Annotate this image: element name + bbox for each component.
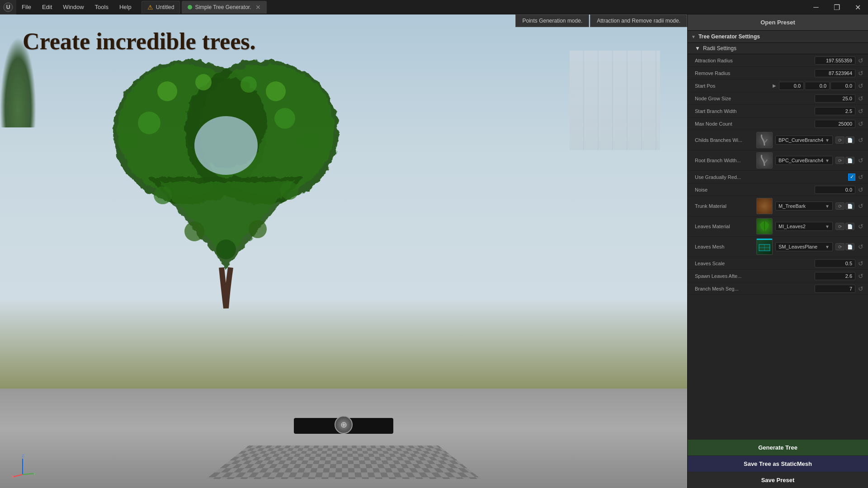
open-preset-button[interactable]: Open Preset [688, 14, 868, 31]
root-branch-use[interactable]: 📄 [845, 157, 854, 164]
titlebar: U File Edit Window Tools Help ⚠ Untitled… [0, 0, 868, 14]
noise-reset[interactable]: ↺ [857, 187, 864, 193]
trunk-material-preview [756, 198, 773, 214]
maximize-button[interactable]: ❐ [826, 0, 847, 14]
spawn-leaves-reset[interactable]: ↺ [857, 273, 864, 279]
tab-simple-tree-generator[interactable]: Simple Tree Generator. ✕ [182, 1, 267, 14]
leaves-mesh-name: SM_LeavesPlane [778, 244, 823, 249]
start-pos-z[interactable]: 0.0 [830, 82, 855, 90]
menu-file[interactable]: File [16, 0, 37, 14]
leaves-mesh-use[interactable]: 📄 [845, 243, 854, 250]
minimize-button[interactable]: ─ [806, 0, 826, 14]
leaves-mesh-browse[interactable]: ⟳ [835, 243, 844, 250]
leaves-material-row: Leaves Material MI_Leaves2 ▼ ⟳ 📄 ↺ [688, 216, 868, 237]
remove-radius-value[interactable]: 87.523964 [815, 69, 855, 77]
childs-branches-reset[interactable]: ↺ [857, 137, 864, 143]
root-branch-reset[interactable]: ↺ [857, 157, 864, 164]
trunk-material-browse[interactable]: ⟳ [835, 202, 844, 210]
use-gradually-red-checkbox[interactable]: ✓ [848, 174, 855, 181]
trunk-material-name: M_TreeBark [778, 203, 823, 209]
attraction-radius-row: Attraction Radius 197.555359 ↺ [688, 54, 868, 67]
points-generation-mode-button[interactable]: Points Generation mode. [515, 14, 589, 27]
leaves-mesh-selector[interactable]: SM_LeavesPlane ▼ [775, 242, 833, 251]
save-static-mesh-button[interactable]: Save Tree as StaticMesh [688, 456, 868, 472]
heart-tree-svg [68, 33, 384, 349]
trunk-material-selector[interactable]: M_TreeBark ▼ [775, 202, 833, 211]
viewport[interactable]: Create incredible trees. [0, 14, 687, 488]
save-preset-button[interactable]: Save Preset [688, 472, 868, 488]
leaves-material-browse[interactable]: ⟳ [835, 223, 844, 230]
max-node-count-reset[interactable]: ↺ [857, 121, 864, 127]
spawn-leaves-label: Spawn Leaves Afte... [695, 273, 813, 279]
childs-branches-use[interactable]: 📄 [845, 136, 854, 144]
leaves-scale-value[interactable]: 0.5 [815, 259, 855, 267]
node-grow-size-value[interactable]: 25.0 [815, 94, 855, 103]
leaves-material-selector[interactable]: MI_Leaves2 ▼ [775, 222, 833, 231]
menu-help[interactable]: Help [114, 0, 137, 14]
menu-window[interactable]: Window [57, 0, 89, 14]
svg-point-19 [280, 182, 298, 200]
tab-close-icon[interactable]: ✕ [255, 4, 261, 11]
spawn-leaves-value[interactable]: 2.6 [815, 272, 855, 280]
svg-point-9 [194, 116, 258, 175]
tab-untitled[interactable]: ⚠ Untitled [142, 1, 180, 14]
max-node-count-value[interactable]: 25000 [815, 120, 855, 128]
branch-mesh-seg-value[interactable]: 7 [815, 285, 855, 293]
generate-tree-button[interactable]: Generate Tree [688, 440, 868, 455]
start-pos-reset[interactable]: ↺ [857, 83, 864, 89]
svg-point-14 [298, 132, 316, 150]
menu-tools[interactable]: Tools [90, 0, 114, 14]
svg-point-18 [154, 186, 172, 204]
tree-generator-settings-header[interactable]: ▼ Tree Generator Settings [688, 31, 868, 43]
radii-settings-header[interactable]: ▼ Radii Settings [688, 43, 868, 54]
leaves-scale-row: Leaves Scale 0.5 ↺ [688, 257, 868, 270]
leaves-scale-label: Leaves Scale [695, 261, 813, 266]
noise-value[interactable]: 0.0 [815, 186, 855, 194]
leaves-material-reset[interactable]: ↺ [857, 223, 864, 230]
close-button[interactable]: ✕ [847, 0, 868, 14]
childs-branches-browse[interactable]: ⟳ [835, 136, 844, 144]
trunk-material-reset[interactable]: ↺ [857, 203, 864, 209]
spawn-leaves-row: Spawn Leaves Afte... 2.6 ↺ [688, 270, 868, 282]
svg-point-12 [157, 81, 177, 101]
start-pos-values: 0.0 0.0 0.0 [779, 82, 855, 90]
attraction-remove-mode-button[interactable]: Attraction and Remove radii mode. [590, 14, 687, 27]
use-gradually-red-label: Use Gradually Red... [695, 174, 846, 180]
attraction-radius-value[interactable]: 197.555359 [815, 56, 855, 65]
section-arrow-icon: ▼ [691, 34, 696, 39]
node-grow-size-reset[interactable]: ↺ [857, 95, 864, 102]
navigation-control[interactable]: ⊕ [335, 416, 353, 434]
radii-settings-label: Radii Settings [703, 45, 736, 52]
noise-row: Noise 0.0 ↺ [688, 183, 868, 196]
use-gradually-red-reset[interactable]: ↺ [857, 174, 864, 180]
menu-edit[interactable]: Edit [37, 0, 57, 14]
tab-active-dot [188, 5, 192, 9]
branch-mesh-seg-row: Branch Mesh Seg... 7 ↺ [688, 282, 868, 295]
svg-text:Z: Z [22, 454, 24, 458]
tabs-bar: ⚠ Untitled Simple Tree Generator. ✕ [137, 0, 868, 14]
leaves-material-name: MI_Leaves2 [778, 224, 823, 229]
start-branch-width-reset[interactable]: ↺ [857, 108, 864, 114]
leaves-material-use[interactable]: 📄 [845, 223, 854, 230]
start-pos-y[interactable]: 0.0 [805, 82, 830, 90]
childs-branches-actions: ⟳ 📄 [835, 136, 854, 144]
noise-label: Noise [695, 187, 813, 192]
childs-branches-preview [756, 132, 773, 148]
start-pos-x[interactable]: 0.0 [779, 82, 804, 90]
start-pos-row: Start Pos ▶ 0.0 0.0 0.0 ↺ [688, 80, 868, 92]
branch-mesh-seg-reset[interactable]: ↺ [857, 286, 864, 292]
svg-line-25 [14, 474, 23, 477]
attraction-radius-reset[interactable]: ↺ [857, 57, 864, 64]
trunk-material-actions: ⟳ 📄 [835, 202, 854, 210]
leaves-material-label: Leaves Material [695, 224, 754, 229]
remove-radius-reset[interactable]: ↺ [857, 70, 864, 76]
start-branch-width-value[interactable]: 2.5 [815, 107, 855, 115]
trunk-material-use[interactable]: 📄 [845, 202, 854, 210]
leaves-mesh-reset[interactable]: ↺ [857, 244, 864, 250]
root-branch-selector[interactable]: BPC_CurveBranch4 ▼ [775, 156, 833, 165]
root-branch-browse[interactable]: ⟳ [835, 157, 844, 164]
childs-branches-selector[interactable]: BPC_CurveBranch4 ▼ [775, 136, 833, 145]
leaves-scale-reset[interactable]: ↺ [857, 260, 864, 267]
attraction-radius-label: Attraction Radius [695, 58, 813, 63]
svg-point-13 [274, 108, 295, 129]
